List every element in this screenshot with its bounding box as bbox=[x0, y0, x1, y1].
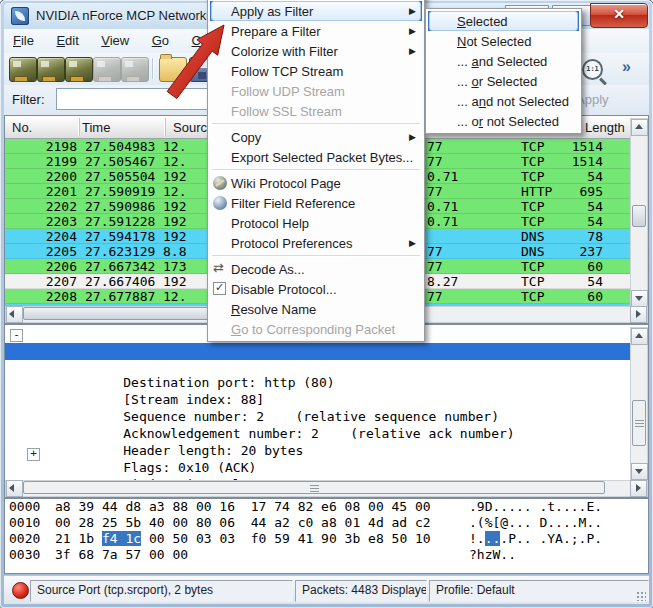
details-hscrollbar[interactable] bbox=[5, 480, 648, 497]
submenu-item[interactable]: ... and Selected bbox=[428, 51, 579, 71]
hex-line[interactable]: 0010 00 28 25 5b 40 00 80 06 44 a2 c0 a8… bbox=[5, 515, 648, 531]
packet-details-pane: Transmission Control Protocol, Src Port:… bbox=[4, 324, 649, 498]
scroll-left-icon[interactable] bbox=[6, 480, 23, 497]
menu-item-label: ... or not Selected bbox=[457, 114, 559, 129]
packet-destination: 77 bbox=[427, 259, 443, 274]
submenu-item[interactable]: ... or Selected bbox=[428, 71, 579, 91]
column-divider[interactable] bbox=[79, 118, 80, 136]
context-menu-item[interactable]: Follow TCP Stream bbox=[210, 61, 422, 81]
context-menu-item[interactable]: Follow UDP Stream bbox=[210, 81, 422, 101]
scroll-up-icon[interactable] bbox=[631, 119, 648, 136]
menu-item-icon bbox=[213, 176, 227, 190]
expert-info-icon[interactable] bbox=[12, 582, 29, 599]
menu-item-label: Copy bbox=[231, 130, 261, 145]
context-menu-item[interactable]: Disable Protocol... bbox=[210, 279, 422, 299]
submenu-item[interactable]: Not Selected bbox=[428, 31, 579, 51]
vscroll-thumb[interactable] bbox=[632, 205, 646, 227]
context-menu-item[interactable]: Apply as Filter ▶ bbox=[210, 1, 422, 21]
packet-no: 2204 bbox=[5, 229, 77, 244]
scroll-down-icon[interactable] bbox=[631, 463, 648, 480]
packet-destination: 0.71 bbox=[427, 199, 458, 214]
hscroll-thumb[interactable] bbox=[23, 481, 605, 494]
packet-protocol: TCP bbox=[521, 154, 544, 169]
detail-line[interactable]: [Stream index: 88] bbox=[5, 377, 631, 394]
capture-start-icon[interactable] bbox=[65, 57, 93, 82]
detail-line[interactable]: Acknowledgement number: 2 (relative ack … bbox=[5, 411, 631, 428]
scroll-right-icon[interactable] bbox=[630, 306, 647, 323]
submenu-item[interactable]: ... and not Selected bbox=[428, 91, 579, 111]
status-packet-count: Packets: 4483 Displaye... bbox=[295, 580, 427, 602]
menubar-item-accel: V bbox=[101, 33, 109, 48]
context-menu-item[interactable]: Filter Field Reference bbox=[210, 193, 422, 213]
hex-line[interactable]: 0020 21 1b f4 1c 00 50 03 03 f0 59 41 90… bbox=[5, 531, 648, 547]
column-header-no[interactable]: No. bbox=[12, 120, 32, 135]
open-file-icon[interactable] bbox=[159, 57, 187, 82]
column-header-length[interactable]: Length bbox=[585, 120, 625, 135]
detail-line[interactable]: Flags: 0x10 (ACK) bbox=[5, 445, 631, 462]
packet-source: 12. bbox=[163, 184, 212, 199]
menu-item-label: Resolve Name bbox=[231, 302, 316, 317]
detail-line[interactable]: Sequence number: 2 (relative sequence nu… bbox=[5, 394, 631, 411]
expander-icon[interactable] bbox=[27, 448, 40, 461]
expander-icon[interactable] bbox=[10, 329, 23, 342]
packet-length: 54 bbox=[545, 214, 603, 229]
context-menu-item[interactable]: Follow SSL Stream bbox=[210, 101, 422, 121]
menubar-item[interactable]: Edit bbox=[47, 29, 87, 53]
capture-options-icon[interactable] bbox=[37, 57, 65, 82]
vscroll-thumb[interactable] bbox=[632, 400, 646, 446]
packet-no: 2200 bbox=[5, 169, 77, 184]
packet-no: 2206 bbox=[5, 259, 77, 274]
detail-line[interactable]: Source port: 62492 bbox=[5, 343, 631, 360]
detail-line[interactable]: Destination port: http (80) bbox=[5, 360, 631, 377]
packet-destination: 77 bbox=[427, 139, 443, 154]
hex-line[interactable]: 0000 a8 39 44 d8 a3 88 00 16 17 74 82 e6… bbox=[5, 499, 648, 515]
scroll-down-icon[interactable] bbox=[631, 290, 648, 307]
context-menu-item[interactable]: Go to Corresponding Packet bbox=[210, 319, 422, 339]
packet-source: 192 bbox=[163, 229, 212, 244]
context-menu-item[interactable]: Colorize with Filter ▶ bbox=[210, 41, 422, 61]
menubar-item-label: ile bbox=[21, 33, 34, 48]
packet-time: 27.590986 bbox=[85, 199, 155, 214]
hex-ascii: .(%[@... D....M.. bbox=[469, 515, 602, 530]
scroll-up-icon[interactable] bbox=[631, 328, 648, 345]
context-menu-item[interactable]: Resolve Name bbox=[210, 299, 422, 319]
hex-line[interactable]: 0030 3f 68 7a 57 00 00 ?hzW.. bbox=[5, 547, 648, 563]
packet-length: 237 bbox=[545, 244, 603, 259]
submenu-item[interactable]: Selected bbox=[428, 11, 579, 31]
context-menu-item[interactable]: Wiki Protocol Page bbox=[210, 173, 422, 193]
detail-line[interactable]: Header length: 20 bytes bbox=[5, 428, 631, 445]
status-bar: Source Port (tcp.srcport), 2 bytes Packe… bbox=[4, 575, 649, 604]
resize-grip[interactable] bbox=[636, 591, 646, 601]
context-menu-item[interactable]: Protocol Preferences ▶ bbox=[210, 233, 422, 253]
detail-line[interactable]: Window size value: 16232 bbox=[5, 462, 631, 479]
column-header-time[interactable]: Time bbox=[82, 120, 110, 135]
column-divider[interactable] bbox=[165, 118, 166, 136]
packet-list-vscrollbar[interactable] bbox=[630, 118, 648, 308]
menu-item-icon bbox=[213, 282, 226, 295]
menubar-item[interactable]: Go bbox=[143, 29, 178, 53]
menubar-item[interactable]: File bbox=[4, 29, 43, 53]
details-vscrollbar[interactable] bbox=[630, 327, 648, 481]
packet-source: 12. bbox=[163, 139, 212, 154]
toolbar-overflow-icon[interactable]: » bbox=[622, 58, 631, 76]
packet-destination: 77 bbox=[427, 154, 443, 169]
packet-source: 192 bbox=[163, 274, 212, 289]
status-profile: Profile: Default bbox=[429, 580, 649, 602]
context-menu-item[interactable]: Copy ▶ bbox=[210, 127, 422, 147]
packet-length: 1514 bbox=[545, 139, 603, 154]
context-menu-item[interactable]: Protocol Help bbox=[210, 213, 422, 233]
packet-no: 2205 bbox=[5, 244, 77, 259]
zoom-100-icon[interactable]: 1:1 bbox=[582, 59, 603, 80]
hex-ascii: .9D..... .t....E. bbox=[469, 499, 602, 514]
close-button[interactable] bbox=[590, 3, 648, 28]
menubar-item[interactable]: View bbox=[92, 29, 138, 53]
submenu-item[interactable]: ... or not Selected bbox=[428, 111, 579, 131]
submenu-arrow-icon: ▶ bbox=[409, 6, 416, 16]
context-menu-item[interactable]: Prepare a Filter ▶ bbox=[210, 21, 422, 41]
scroll-right-icon[interactable] bbox=[630, 480, 647, 497]
context-menu-item[interactable]: Export Selected Packet Bytes... bbox=[210, 147, 422, 167]
list-interfaces-icon[interactable] bbox=[9, 57, 37, 82]
packet-source: 192 bbox=[163, 214, 212, 229]
scroll-left-icon[interactable] bbox=[6, 306, 23, 323]
context-menu-item[interactable]: Decode As... bbox=[210, 259, 422, 279]
